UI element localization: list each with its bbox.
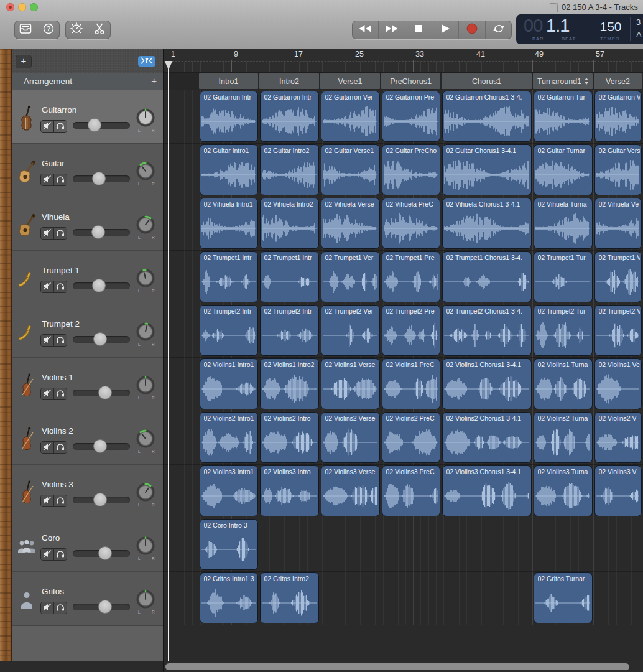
pan-knob[interactable] <box>136 589 155 609</box>
volume-slider[interactable] <box>73 390 130 396</box>
play-button[interactable] <box>432 21 458 39</box>
region-guitarron-6[interactable]: 02 Guitarron V <box>594 91 642 142</box>
mute-button[interactable] <box>41 121 53 132</box>
region-trumpet-1-5[interactable]: 02 Trumpet1 Tur <box>534 251 593 302</box>
region-gritos-0[interactable]: 02 Gritos Intro1 3 <box>200 572 258 623</box>
pan-knob[interactable] <box>136 108 155 128</box>
track-header-vihuela[interactable]: VihuelaLR <box>11 197 163 251</box>
pan-knob[interactable] <box>136 536 155 556</box>
volume-slider[interactable] <box>73 443 130 450</box>
region-violins-3-5[interactable]: 02 Violins3 Turna <box>534 465 593 516</box>
region-coro-0[interactable]: 02 Coro Intro 3- <box>200 519 258 570</box>
region-gritos-1[interactable]: 02 Gritos Intro2 <box>260 572 319 623</box>
region-violins-1-5[interactable]: 02 Violins1 Turna <box>534 358 593 409</box>
region-guitar-6[interactable]: 02 Guitar Vers <box>594 144 642 195</box>
volume-slider-thumb[interactable] <box>92 279 106 292</box>
pan-knob[interactable] <box>136 268 155 288</box>
region-vihuela-3[interactable]: 02 Vihuela PreC <box>382 198 440 249</box>
region-guitar-2[interactable]: 02 Guitar Verse1 <box>321 144 380 195</box>
solo-button[interactable] <box>53 549 67 560</box>
quick-help-button[interactable]: ? <box>37 21 60 39</box>
volume-slider-thumb[interactable] <box>93 493 107 506</box>
region-guitarron-1[interactable]: 02 Guitarron Intr <box>260 91 319 142</box>
volume-slider[interactable] <box>73 229 130 236</box>
solo-button[interactable] <box>53 495 67 506</box>
region-violins-2-1[interactable]: 02 Violins2 Intro <box>260 412 319 463</box>
mute-button[interactable] <box>41 281 53 292</box>
track-header-trumpet-2[interactable]: Trumpet 2LR <box>11 304 163 358</box>
track-header-violins-2[interactable]: Violins 2LR <box>11 411 163 465</box>
pan-knob[interactable] <box>136 482 155 502</box>
cut-button[interactable] <box>88 21 111 39</box>
pan-knob[interactable] <box>136 161 155 181</box>
region-vihuela-6[interactable]: 02 Vihuela Ve <box>594 198 642 249</box>
region-trumpet-2-3[interactable]: 02 Trumpet2 Pre <box>382 305 440 356</box>
close-button[interactable] <box>6 3 14 11</box>
region-violins-2-0[interactable]: 02 Violins2 Intro1 <box>200 412 258 463</box>
region-violins-2-2[interactable]: 02 Violins2 Verse <box>321 412 380 463</box>
solo-button[interactable] <box>53 602 67 614</box>
track-header-violins-1[interactable]: Violins 1LR <box>11 358 163 411</box>
zoom-button[interactable] <box>30 3 38 11</box>
region-violins-3-1[interactable]: 02 Violins3 Intro <box>260 465 319 516</box>
solo-button[interactable] <box>53 335 67 346</box>
region-gritos-5[interactable]: 02 Gritos Turnar <box>534 572 593 623</box>
arrangement-marker-intro2[interactable]: Intro2 <box>259 73 319 89</box>
mute-button[interactable] <box>41 388 53 399</box>
region-violins-1-3[interactable]: 02 Violins1 PreC <box>382 358 440 409</box>
pan-knob[interactable] <box>136 322 155 342</box>
volume-slider-thumb[interactable] <box>98 546 112 560</box>
cycle-button[interactable] <box>485 21 512 39</box>
volume-slider-thumb[interactable] <box>98 600 112 614</box>
record-button[interactable] <box>458 21 485 39</box>
arrangement-marker-verse2[interactable]: Verse2 <box>594 73 642 89</box>
region-violins-1-0[interactable]: 02 Violins1 Intro1 <box>200 358 258 409</box>
signature-key-display[interactable]: 3 A <box>631 14 643 44</box>
region-violins-3-3[interactable]: 02 Violins3 PreC <box>382 465 440 516</box>
region-violins-3-6[interactable]: 02 Violins3 V <box>594 465 642 516</box>
track-header-coro[interactable]: CoroLR <box>11 518 163 572</box>
region-trumpet-1-3[interactable]: 02 Trumpet1 Pre <box>382 251 440 302</box>
pan-knob[interactable] <box>136 375 155 395</box>
region-violins-3-4[interactable]: 02 Violins3 Chorus1 3-4.1 <box>442 465 532 516</box>
fast-forward-button[interactable] <box>378 21 405 39</box>
solo-button[interactable] <box>53 442 67 453</box>
mute-button[interactable] <box>41 228 53 239</box>
solo-button[interactable] <box>53 121 67 132</box>
mute-button[interactable] <box>41 495 53 506</box>
volume-slider[interactable] <box>73 122 130 129</box>
mute-button[interactable] <box>41 442 53 453</box>
region-trumpet-2-5[interactable]: 02 Trumpet2 Tur <box>534 305 593 356</box>
region-violins-1-1[interactable]: 02 Violins1 Intro2 <box>260 358 319 409</box>
scrollbar-thumb[interactable] <box>165 663 629 670</box>
mute-button[interactable] <box>41 335 53 346</box>
volume-slider-thumb[interactable] <box>91 225 105 239</box>
volume-slider-thumb[interactable] <box>93 439 107 453</box>
minimize-button[interactable] <box>18 3 26 11</box>
track-header-guitar[interactable]: GuitarLR <box>11 144 163 197</box>
horizontal-scrollbar[interactable] <box>0 661 643 672</box>
arrangement-marker-intro1[interactable]: Intro1 <box>199 73 258 89</box>
region-trumpet-1-4[interactable]: 02 Trumpet1 Chorus1 3-4. <box>442 251 532 302</box>
region-trumpet-1-2[interactable]: 02 Trumpet1 Ver <box>321 251 380 302</box>
mute-button[interactable] <box>41 602 53 614</box>
add-track-button[interactable]: + <box>16 55 32 68</box>
volume-slider-thumb[interactable] <box>98 386 112 399</box>
region-guitar-3[interactable]: 02 Guitar PreCho <box>382 144 440 195</box>
region-violins-3-2[interactable]: 02 Violins3 Verse <box>321 465 380 516</box>
region-guitarron-0[interactable]: 02 Guitarron Intr <box>200 91 258 142</box>
region-trumpet-2-4[interactable]: 02 Trumpet2 Chorus1 3-4. <box>442 305 532 356</box>
region-guitarron-5[interactable]: 02 Guitarron Tur <box>534 91 593 142</box>
region-violins-3-0[interactable]: 02 Violins3 Intro1 <box>200 465 258 516</box>
tuner-button[interactable] <box>65 21 88 39</box>
arrangement-marker-turnaround1[interactable]: Turnaround1 <box>533 73 593 89</box>
region-violins-2-3[interactable]: 02 Violins2 PreC <box>382 412 440 463</box>
mute-button[interactable] <box>41 549 53 560</box>
solo-button[interactable] <box>53 388 67 399</box>
tempo-display[interactable]: 150 TEMPO <box>591 14 630 44</box>
region-violins-2-6[interactable]: 02 Violins2 V <box>594 412 642 463</box>
region-trumpet-2-0[interactable]: 02 Trumpet2 Intr <box>200 305 258 356</box>
region-guitar-1[interactable]: 02 Guitar Intro2 <box>260 144 319 195</box>
region-guitarron-3[interactable]: 02 Guitarron Pre <box>382 91 440 142</box>
arrangement-marker-prechorus1[interactable]: PreChorus1 <box>381 73 440 89</box>
